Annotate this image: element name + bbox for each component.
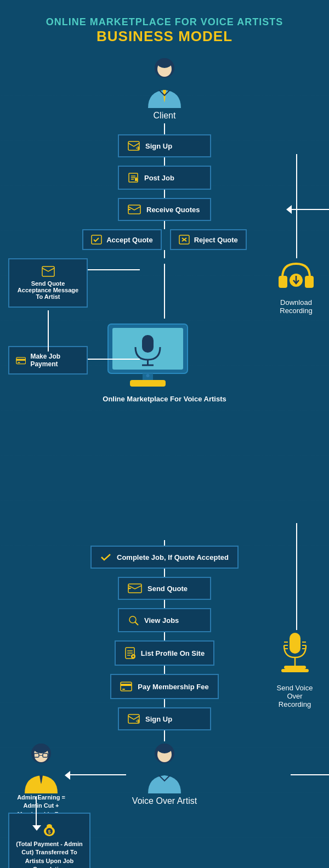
svg-rect-32 [16, 358, 26, 364]
accept-quote-icon [91, 235, 102, 245]
client-icon [140, 56, 189, 108]
right-v-connector1 [296, 154, 297, 258]
connector-v11 [164, 666, 165, 674]
pay-membership-label: Pay Membership Fee [138, 683, 208, 691]
right-v-connector2 [296, 523, 297, 630]
sign-up-artist-box: Sign Up [118, 707, 211, 730]
svg-rect-47 [121, 682, 132, 691]
svg-point-38 [129, 616, 136, 623]
svg-marker-14 [128, 208, 131, 211]
list-profile-box: List Profile On Site [115, 640, 214, 666]
send-quote-acceptance-label: Send Quote Acceptance Message To Artist [18, 280, 78, 300]
transfer-label: (Total Payment - Admin Cut) Transferred … [16, 841, 83, 868]
left-h-connector1 [88, 269, 140, 270]
send-quote-box: Send Quote [118, 577, 211, 600]
pay-membership-icon [120, 680, 132, 693]
svg-rect-60 [128, 714, 139, 723]
send-quote-acceptance-icon [42, 266, 55, 277]
svg-rect-33 [16, 359, 26, 360]
svg-marker-37 [128, 587, 131, 589]
voice-right-connector [291, 774, 329, 775]
computer-illustration: Online Marketplace For Voice Artists [103, 321, 226, 403]
connector-v5 [164, 250, 165, 258]
reject-quote-box: Reject Quote [170, 229, 247, 250]
pay-membership-box: Pay Membership Fee [110, 674, 218, 699]
svg-point-73 [47, 824, 52, 829]
send-quote-acceptance-box: Send Quote Acceptance Message To Artist [8, 258, 88, 308]
send-quote-icon [128, 583, 142, 593]
post-job-box: Post Job [118, 166, 211, 190]
accept-quote-box: Accept Quote [82, 229, 162, 250]
svg-point-64 [34, 744, 48, 753]
page-header: Online Marketplace For Voice Artists Bus… [35, 11, 294, 53]
complete-job-box: Complete Job, If Quote Accepted [90, 546, 239, 569]
svg-marker-10 [135, 178, 138, 181]
send-quote-label: Send Quote [148, 585, 188, 593]
svg-point-2 [157, 58, 172, 68]
money-bag-icon: $ [41, 820, 58, 837]
svg-rect-59 [281, 669, 309, 672]
accept-quote-label: Accept Quote [106, 236, 153, 244]
download-recording-section: Download Recording [274, 258, 318, 315]
connector-v7 [164, 540, 165, 546]
svg-rect-58 [284, 666, 306, 669]
right-arrow-receive [286, 205, 292, 214]
connector-v9 [164, 600, 165, 608]
view-jobs-icon [128, 615, 139, 626]
connector-v4 [164, 221, 165, 229]
payment-icon [16, 355, 26, 365]
receive-quotes-label: Receive Quotes [146, 206, 200, 214]
connector-v12 [164, 699, 165, 707]
admin-figure-section: Admin Earning = Admin Cut + Membership F… [11, 741, 71, 819]
svg-rect-26 [142, 335, 154, 353]
complete-job-icon [100, 552, 111, 562]
connector-v3 [164, 190, 165, 198]
receive-quotes-icon [128, 205, 141, 214]
online-marketplace-label: Online Marketplace For Voice Artists [103, 395, 226, 403]
send-voice-over-label: Send Voice Over Recording [271, 684, 318, 708]
left-h-connector2 [88, 359, 140, 360]
svg-rect-4 [128, 141, 139, 150]
view-jobs-label: View Jobs [144, 616, 179, 625]
list-profile-icon [124, 647, 135, 659]
admin-icon [16, 741, 66, 793]
receive-quotes-box: Receive Quotes [118, 198, 211, 221]
svg-rect-34 [18, 362, 20, 363]
connector-v10 [164, 632, 165, 640]
admin-h-connector [66, 774, 126, 775]
voice-over-artist-label: Voice Over Artist [132, 796, 197, 806]
microphone-icon [276, 630, 314, 679]
sign-up-box: Sign Up [118, 134, 211, 157]
reject-quote-label: Reject Quote [194, 236, 238, 244]
reject-quote-icon [179, 235, 190, 245]
download-recording-label: Download Recording [274, 298, 318, 315]
admin-down-arrow [32, 825, 41, 831]
left-v-connector1 [48, 310, 49, 351]
voice-over-artist-icon [140, 741, 189, 793]
header-line2: Business Model [46, 28, 283, 45]
headphone-icon [274, 258, 318, 294]
svg-line-39 [135, 622, 139, 626]
svg-text:$: $ [48, 829, 50, 835]
svg-point-31 [146, 374, 150, 377]
sign-up-label: Sign Up [145, 142, 172, 150]
complete-job-label: Complete Job, If Quote Accepted [117, 553, 229, 561]
signup-artist-icon [128, 714, 140, 724]
accept-reject-row: Accept Quote Reject Quote [82, 229, 247, 250]
svg-rect-48 [121, 684, 132, 686]
header-line1: Online Marketplace For Voice Artists [46, 16, 283, 28]
list-profile-label: List Profile On Site [141, 649, 205, 657]
svg-rect-30 [130, 380, 166, 387]
computer-svg [103, 321, 193, 393]
connector-v1 [164, 123, 165, 134]
transfer-box: $ (Total Payment - Admin Cut) Transferre… [8, 813, 90, 868]
post-job-icon [128, 172, 139, 183]
send-voice-over-section: Send Voice Over Recording [271, 630, 318, 708]
admin-arrow [65, 771, 70, 780]
voice-over-artist-figure: Voice Over Artist [132, 741, 197, 862]
view-jobs-box: View Jobs [118, 608, 211, 632]
post-job-label: Post Job [144, 174, 174, 182]
connector-v2 [164, 157, 165, 166]
connector-v13 [164, 730, 165, 741]
admin-v-connector [36, 796, 37, 826]
